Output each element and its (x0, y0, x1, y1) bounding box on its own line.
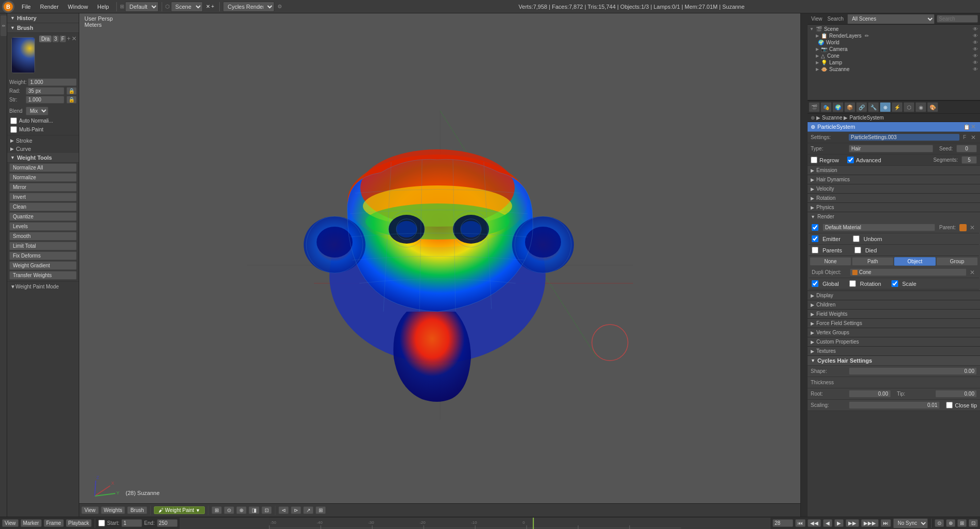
render-header[interactable]: ▼ Render (808, 212, 980, 221)
dupli-x-btn[interactable]: ✕ (969, 269, 976, 276)
viewport-icon-btn3[interactable]: ⊕ (236, 506, 247, 514)
timeline-playback-btn[interactable]: Playback (66, 519, 92, 527)
viewport-icon-btn8[interactable]: ↗ (303, 506, 313, 514)
clean-btn[interactable]: Clean (9, 202, 77, 211)
type-select[interactable]: Hair (849, 145, 933, 152)
tree-camera[interactable]: ▶ 📷 Camera 👁 (815, 46, 979, 53)
brush-x-btn[interactable]: ✕ (72, 35, 77, 42)
seed-input[interactable]: 0 (956, 145, 977, 152)
viewport-icon-btn2[interactable]: ⊙ (224, 506, 234, 514)
tip-input[interactable]: 0.00 (935, 390, 977, 398)
advanced-check[interactable] (847, 157, 854, 163)
settings-f-btn[interactable]: F (961, 134, 968, 140)
fix-deforms-btn[interactable]: Fix Deforms (9, 251, 77, 260)
brush-header[interactable]: ▼ Brush (7, 23, 79, 33)
particle-x-btn[interactable]: ✕ (970, 123, 977, 130)
timeline-icon2[interactable]: ⊕ (946, 519, 955, 527)
props-tab-scene[interactable]: 🎭 (820, 102, 832, 112)
tree-cone[interactable]: ▶ △ Cone 👁 (815, 53, 979, 59)
timeline-icon4[interactable]: ⊡ (969, 519, 978, 527)
props-tab-material[interactable]: ◉ (915, 102, 926, 112)
lamp-vis[interactable]: 👁 (973, 60, 978, 65)
unborn-check[interactable] (853, 235, 860, 242)
timeline-ruler[interactable]: -50 -40 -30 -20 -10 0 (180, 518, 771, 529)
settings-value[interactable]: ParticleSettings.003 (849, 134, 959, 141)
scale-check[interactable] (891, 280, 898, 287)
timeline-icon3[interactable]: ⊞ (957, 519, 967, 527)
fw-header[interactable]: ▶ Field Weights (808, 310, 980, 318)
props-tab-constraints[interactable]: 🔗 (856, 102, 867, 112)
rl-edit-icon[interactable]: ✏ (865, 33, 869, 39)
quantize-btn[interactable]: Quantize (9, 212, 77, 221)
timeline-next-frame[interactable]: ▶▶ (846, 519, 859, 527)
world-vis[interactable]: 👁 (973, 40, 978, 45)
scaling-input[interactable]: 0.01 (849, 401, 940, 409)
rl-vis[interactable]: 👁 (973, 33, 978, 39)
auto-normal-check[interactable] (10, 117, 17, 124)
dupli-value[interactable]: Cone (850, 268, 967, 276)
parent-x-btn[interactable]: ✕ (969, 224, 976, 231)
render-tab-object[interactable]: Object (894, 257, 936, 266)
timeline-view-btn[interactable]: View (2, 519, 19, 527)
outliner-search-input[interactable] (937, 15, 978, 23)
children-header[interactable]: ▶ Children (808, 300, 980, 309)
bc-particle[interactable]: ParticleSystem (849, 115, 884, 121)
props-tab-modifiers[interactable]: 🔧 (868, 102, 879, 112)
blend-select[interactable]: Mix (26, 107, 48, 115)
weight-tools-header[interactable]: ▼ Weight Tools (7, 153, 79, 163)
bc-suzanne[interactable]: Suzanne (822, 115, 842, 121)
emitter-check[interactable] (812, 235, 818, 242)
levels-btn[interactable]: Levels (9, 222, 77, 231)
tree-lamp[interactable]: ▶ 💡 Lamp 👁 (815, 59, 979, 66)
viewport-view-btn[interactable]: View (81, 506, 99, 514)
timeline-marker-btn[interactable]: Marker (21, 519, 42, 527)
props-tab-physics[interactable]: ⚡ (891, 102, 903, 112)
cp-header[interactable]: ▶ Custom Properties (808, 337, 980, 346)
regrow-check[interactable] (811, 157, 817, 163)
timeline-frame-btn[interactable]: Frame (44, 519, 64, 527)
menu-window[interactable]: Window (64, 3, 92, 11)
radius-lock-btn[interactable]: 🔒 (66, 87, 77, 95)
viewport-icon-btn1[interactable]: ⊞ (212, 506, 222, 514)
rotation-header[interactable]: ▶ Rotation (808, 194, 980, 202)
tree-scene[interactable]: ▼ 🎬 Scene 👁 (809, 26, 979, 32)
render-tab-group[interactable]: Group (936, 257, 978, 266)
brush-f-btn[interactable]: F (60, 36, 66, 42)
brush-type-btn[interactable]: Dra (39, 36, 51, 42)
settings-x-btn[interactable]: ✕ (970, 134, 977, 141)
timeline-sync-check[interactable] (98, 520, 105, 526)
props-tab-particles[interactable]: ⊕ (880, 102, 891, 112)
strength-lock-btn[interactable]: 🔒 (66, 96, 77, 104)
normalize-btn[interactable]: Normalize (9, 173, 77, 182)
history-header[interactable]: ▼ History (7, 13, 79, 23)
viewport-icon-btn7[interactable]: ⊳ (291, 506, 301, 514)
menu-render[interactable]: Render (36, 3, 63, 11)
mirror-btn[interactable]: Mirror (9, 183, 77, 192)
render-engine-select[interactable]: Cycles Render (223, 2, 274, 12)
brush-size-btn[interactable]: 3 (52, 36, 59, 42)
material-select[interactable]: Default Material (822, 224, 935, 231)
cone-vis[interactable]: 👁 (973, 53, 978, 59)
tree-renderlayers[interactable]: ▶ 📋 RenderLayers ✏ 👁 (815, 32, 979, 39)
tree-suzanne[interactable]: ▶ 🐵 Suzanne 👁 (815, 66, 979, 73)
scenes-select[interactable]: All Scenes (847, 14, 935, 24)
parents-check[interactable] (812, 247, 818, 253)
cycles-hair-title[interactable]: ▼ Cycles Hair Settings (808, 356, 980, 366)
normalize-all-btn[interactable]: Normalize All (9, 163, 77, 172)
weight-gradient-btn[interactable]: Weight Gradient (9, 261, 77, 270)
menu-file[interactable]: File (18, 3, 35, 11)
tex-header[interactable]: ▶ Textures (808, 347, 980, 355)
props-tab-object[interactable]: 📦 (844, 102, 855, 112)
camera-vis[interactable]: 👁 (973, 46, 978, 52)
viewport-icon-btn4[interactable]: ◨ (249, 506, 259, 514)
viewport-brush-btn[interactable]: Brush (127, 506, 147, 514)
timeline-prev-frame[interactable]: ◀ (823, 519, 832, 527)
segments-input[interactable]: 5 (961, 156, 977, 164)
radius-input[interactable]: 35 px (26, 87, 64, 95)
suzanne-vis[interactable]: 👁 (973, 66, 978, 72)
velocity-header[interactable]: ▶ Velocity (808, 184, 980, 193)
timeline-icon1[interactable]: ⊙ (935, 519, 944, 527)
timeline-sync-select[interactable]: No Sync (893, 518, 928, 528)
ff-header[interactable]: ▶ Force Field Settings (808, 319, 980, 328)
root-input[interactable]: 0.00 (849, 390, 891, 398)
